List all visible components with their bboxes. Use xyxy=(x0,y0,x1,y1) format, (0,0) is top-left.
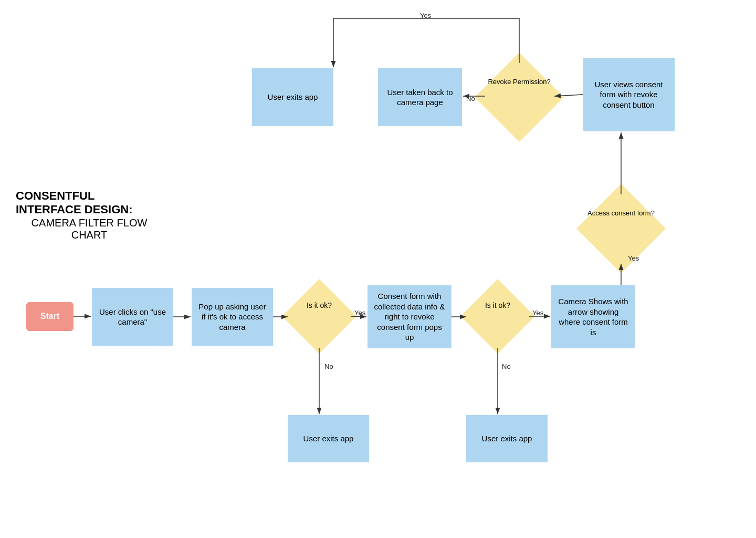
no-revoke-label: No xyxy=(466,95,475,102)
popup-node: Pop up asking user if it's ok to access … xyxy=(192,288,273,346)
user-exits-2-node: User exits app xyxy=(466,415,548,462)
title-sub: CAMERA FILTER FLOW CHART xyxy=(16,217,163,241)
user-clicks-node: User clicks on "use camera" xyxy=(92,288,173,346)
yes-top-label: Yes xyxy=(420,12,431,19)
diagram-container: CONSENTFUL INTERFACE DESIGN: CAMERA FILT… xyxy=(0,0,756,538)
no2-label: No xyxy=(502,363,511,370)
no1-label: No xyxy=(324,363,333,370)
title-main: CONSENTFUL INTERFACE DESIGN: xyxy=(16,189,163,217)
revoke-permission-diamond: Revoke Permission? xyxy=(485,63,553,131)
yes2-label: Yes xyxy=(532,309,543,317)
access-consent-diamond: Access consent form? xyxy=(587,194,655,263)
is-it-ok-1-diamond: Is it ok? xyxy=(288,285,351,348)
user-exits-3-node: User exits app xyxy=(252,68,333,126)
camera-shows-node: Camera Shows with arrow showing where co… xyxy=(551,285,635,348)
yes3-label: Yes xyxy=(628,254,639,262)
yes1-label: Yes xyxy=(354,309,365,317)
user-views-node: User views consent form with revoke cons… xyxy=(583,58,675,131)
title-block: CONSENTFUL INTERFACE DESIGN: CAMERA FILT… xyxy=(16,189,163,241)
is-it-ok-2-diamond: Is it ok? xyxy=(466,285,529,348)
user-exits-1-node: User exits app xyxy=(288,415,369,462)
user-taken-back-node: User taken back to camera page xyxy=(378,68,462,126)
start-node: Start xyxy=(26,302,74,331)
consent-form-node: Consent form with collected data info & … xyxy=(368,285,452,348)
